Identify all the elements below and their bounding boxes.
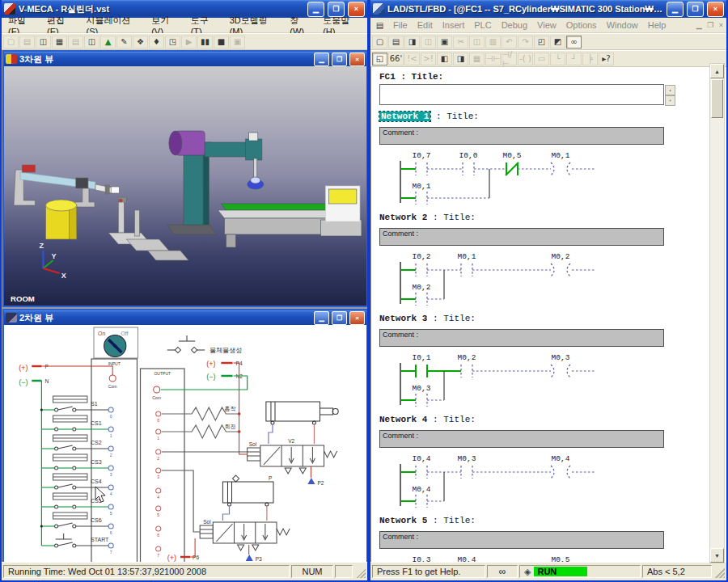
minimize-button[interactable]: ▁: [667, 2, 684, 17]
stop-icon[interactable]: ■: [214, 36, 229, 48]
fc-title-input[interactable]: ▴▾: [379, 84, 664, 105]
branch-open-icon[interactable]: └: [550, 53, 565, 65]
scroll-down-arrow[interactable]: ▼: [710, 548, 724, 563]
network-label[interactable]: Network 1: [379, 112, 430, 121]
comment-box[interactable]: Comment :: [379, 531, 664, 549]
redo-icon[interactable]: ↷: [518, 36, 533, 48]
ladder-network-2[interactable]: I0,2M0,1M0,2M0,2: [379, 249, 703, 307]
view2d-minimize-button[interactable]: ▁: [314, 311, 329, 325]
coil-icon[interactable]: -( ): [518, 53, 533, 65]
help-icon[interactable]: ▣: [230, 36, 245, 48]
comment-box[interactable]: Comment :: [379, 228, 664, 246]
empty-box-icon[interactable]: ▭: [534, 53, 549, 65]
scroll-up-arrow[interactable]: ▲: [710, 64, 724, 78]
view3d-viewport[interactable]: Z Y X ROOM: [4, 66, 366, 306]
resize-grip[interactable]: [354, 565, 366, 578]
spinner-control[interactable]: ▴▾: [665, 85, 675, 106]
compare-prev-icon[interactable]: !<: [404, 53, 420, 65]
rotary-power-switch[interactable]: On Off: [94, 327, 138, 358]
paste-icon[interactable]: ▥: [485, 36, 501, 48]
download-icon[interactable]: ◩: [550, 36, 565, 48]
new-network-icon[interactable]: ▦: [469, 53, 485, 65]
child-window-controls[interactable]: ▁ ❐ ×: [696, 21, 725, 29]
view2d-close-button[interactable]: ×: [349, 311, 365, 325]
contact-no-icon[interactable]: ⊣⊢: [485, 53, 501, 65]
network-label[interactable]: Network 5: [379, 516, 427, 525]
t-branch-icon[interactable]: ╞: [582, 53, 598, 65]
view3d-maximize-button[interactable]: ❐: [332, 53, 347, 66]
view3d-titlebar[interactable]: 3차원 뷰 ▁ ❐ ×: [4, 52, 366, 66]
circuit-2d[interactable]: On Off 물체물생성 (+): [4, 325, 366, 562]
undo-icon[interactable]: ↶: [502, 36, 517, 48]
ladder-network-3[interactable]: I0,1M0,2M0,3M0,3: [379, 350, 703, 408]
menu-4[interactable]: Debug: [497, 19, 532, 31]
comment-box[interactable]: Comment :: [379, 127, 664, 145]
import-icon[interactable]: ▤: [68, 36, 83, 48]
window-split-icon[interactable]: ◧: [437, 53, 452, 65]
close-button[interactable]: ×: [707, 2, 724, 17]
open-station-icon[interactable]: ◨: [404, 36, 420, 48]
network-label[interactable]: Network 4: [379, 415, 427, 424]
menu-0[interactable]: File: [388, 19, 413, 31]
menu-6[interactable]: Options: [561, 19, 602, 31]
view-detail-icon[interactable]: ◨: [453, 53, 468, 65]
vertical-scrollbar[interactable]: ▲ ▼: [709, 63, 725, 563]
render-icon[interactable]: ❖: [133, 36, 148, 48]
ladstlfbd-titlebar[interactable]: LAD/STL/FBD - [@FC1 -- S7_RCylinder₩SIMA…: [370, 0, 726, 18]
pause-icon[interactable]: ▮▮: [197, 36, 213, 48]
play-icon[interactable]: ▶: [181, 36, 197, 48]
network-title-suffix[interactable]: : Title:: [433, 314, 476, 323]
document-system-icon[interactable]: ▤: [372, 19, 387, 32]
view2d-canvas[interactable]: On Off 물체물생성 (+): [4, 325, 366, 562]
network-title-suffix[interactable]: : Title:: [433, 213, 476, 222]
symbol-view-icon[interactable]: ◱: [372, 53, 387, 65]
compare-next-icon[interactable]: >!: [421, 53, 436, 65]
branch-close-icon[interactable]: ┘: [566, 53, 582, 65]
lamp-icon[interactable]: ♦: [149, 36, 164, 48]
model-window-icon[interactable]: ◳: [165, 36, 180, 48]
comment-box[interactable]: Comment :: [379, 430, 664, 448]
menu-7[interactable]: Window: [602, 19, 643, 31]
menu-2[interactable]: Insert: [438, 19, 470, 31]
monitor-glasses-icon[interactable]: ∞: [566, 36, 582, 48]
maximize-button[interactable]: ❐: [687, 2, 704, 17]
save-icon[interactable]: ◫: [36, 36, 51, 48]
network-title-suffix[interactable]: : Title:: [436, 112, 479, 121]
publish-icon[interactable]: ▲: [100, 36, 116, 48]
ladder-network-4[interactable]: I0,4M0,3M0,4M0,4: [379, 451, 703, 509]
menu-5[interactable]: View: [532, 19, 561, 31]
open-file-icon[interactable]: ▤: [19, 36, 35, 48]
new-file-icon[interactable]: ▢: [3, 36, 19, 48]
network-title-suffix[interactable]: : Title:: [433, 415, 476, 424]
scroll-thumb[interactable]: [711, 79, 723, 118]
ladder-network-5[interactable]: I0,3M0,4M0,5M0,5: [379, 552, 703, 562]
network-label[interactable]: Network 2: [379, 213, 427, 222]
network-label[interactable]: Network 3: [379, 314, 427, 323]
copy-icon[interactable]: ◫: [469, 36, 485, 48]
save-icon[interactable]: ◫: [421, 36, 436, 48]
menu-8[interactable]: Help: [643, 19, 671, 31]
glasses-60-icon[interactable]: 66': [388, 53, 404, 65]
view2d-titlebar[interactable]: 2차원 뷰 ▁ ❐ ×: [4, 310, 366, 325]
menu-3[interactable]: PLC: [469, 19, 496, 31]
network-title-suffix[interactable]: : Title:: [433, 516, 476, 525]
ladder-network-1[interactable]: I0,7I0,0M0,5M0,1M0,1: [379, 148, 703, 206]
export-icon[interactable]: ◫: [84, 36, 99, 48]
contact-nc-icon[interactable]: ⊣/⊢: [502, 53, 517, 65]
open-icon[interactable]: ▤: [388, 36, 404, 48]
view2d-maximize-button[interactable]: ❐: [332, 311, 347, 325]
call-structure-icon[interactable]: ◰: [534, 36, 549, 48]
paint-icon[interactable]: ✎: [116, 36, 132, 48]
scene-3d[interactable]: Z Y X ROOM: [4, 66, 366, 306]
new-icon[interactable]: ▢: [372, 36, 387, 48]
cut-icon[interactable]: ✂: [453, 36, 468, 48]
save-all-icon[interactable]: ▦: [52, 36, 67, 48]
menu-1[interactable]: Edit: [413, 19, 438, 31]
print-icon[interactable]: ▣: [437, 36, 452, 48]
comment-box[interactable]: Comment :: [379, 329, 664, 347]
ladder-editor[interactable]: FC1 : Title: ▴▾ Network 1 : Title: Comme…: [370, 67, 726, 562]
view3d-minimize-button[interactable]: ▁: [314, 53, 329, 66]
view3d-close-button[interactable]: ×: [349, 53, 365, 66]
help-pointer-icon[interactable]: ▸?: [599, 53, 614, 65]
resize-grip[interactable]: [713, 565, 725, 578]
